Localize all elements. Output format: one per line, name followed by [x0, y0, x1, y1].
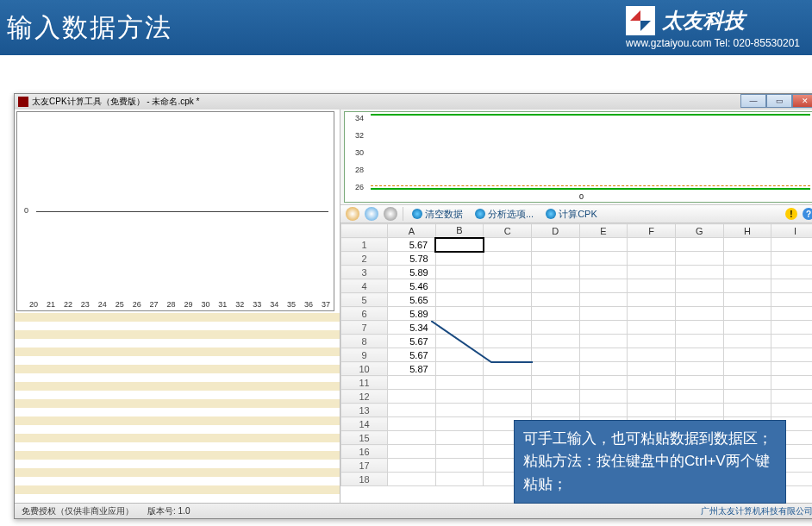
cell[interactable]	[628, 362, 676, 376]
cell[interactable]	[435, 252, 484, 266]
row-header[interactable]: 16	[341, 445, 388, 459]
cell[interactable]	[628, 266, 676, 279]
cell[interactable]	[675, 266, 723, 279]
row-header[interactable]: 9	[341, 348, 388, 362]
cell[interactable]	[579, 376, 628, 390]
cell[interactable]	[484, 293, 532, 307]
cell[interactable]	[579, 321, 628, 335]
col-header[interactable]: I	[771, 224, 812, 238]
row-header[interactable]: 11	[341, 376, 388, 390]
cell[interactable]	[723, 348, 771, 362]
cell[interactable]	[723, 238, 771, 252]
cell[interactable]	[531, 238, 579, 252]
cell[interactable]	[675, 335, 723, 348]
cell[interactable]	[771, 266, 812, 279]
cell[interactable]	[675, 307, 723, 321]
cell[interactable]	[723, 293, 771, 307]
cell[interactable]	[723, 321, 771, 335]
cell[interactable]	[723, 376, 771, 390]
cell[interactable]	[484, 238, 532, 252]
col-header[interactable]: H	[723, 224, 771, 238]
cell[interactable]	[723, 335, 771, 348]
cell[interactable]	[435, 445, 484, 459]
cell[interactable]	[771, 404, 812, 417]
cell[interactable]	[675, 390, 723, 404]
cell[interactable]	[723, 307, 771, 321]
row-header[interactable]: 4	[341, 279, 388, 293]
cell[interactable]	[484, 279, 532, 293]
minimize-button[interactable]: —	[740, 94, 766, 108]
cell[interactable]	[531, 321, 579, 335]
cell[interactable]	[435, 238, 484, 252]
cell[interactable]	[579, 266, 628, 279]
row-header[interactable]: 2	[341, 252, 388, 266]
row-header[interactable]: 13	[341, 404, 388, 417]
cell[interactable]	[531, 266, 579, 279]
cell[interactable]	[435, 266, 484, 279]
cell[interactable]	[531, 348, 579, 362]
row-header[interactable]: 15	[341, 431, 388, 445]
col-header[interactable]: A	[388, 224, 436, 238]
cell[interactable]	[771, 390, 812, 404]
cell[interactable]: 5.65	[388, 293, 436, 307]
row-header[interactable]: 7	[341, 321, 388, 335]
clear-data-button[interactable]: 清空数据	[409, 208, 466, 221]
cell[interactable]	[435, 307, 484, 321]
cell[interactable]	[531, 335, 579, 348]
cell[interactable]	[771, 321, 812, 335]
cell[interactable]	[723, 404, 771, 417]
cell[interactable]	[579, 362, 628, 376]
row-header[interactable]: 14	[341, 417, 388, 431]
cell[interactable]	[531, 279, 579, 293]
col-header[interactable]: G	[675, 224, 723, 238]
cell[interactable]	[484, 404, 532, 417]
cell[interactable]	[484, 307, 532, 321]
cell[interactable]	[531, 390, 579, 404]
analysis-options-button[interactable]: 分析选项...	[472, 208, 537, 221]
cell[interactable]	[579, 252, 628, 266]
cell[interactable]: 5.89	[388, 266, 436, 279]
cell[interactable]: 5.89	[388, 307, 436, 321]
help-icon[interactable]: ?	[803, 208, 812, 220]
row-header[interactable]: 12	[341, 390, 388, 404]
cell[interactable]	[435, 404, 484, 417]
cell[interactable]	[531, 376, 579, 390]
cell[interactable]	[484, 252, 532, 266]
row-header[interactable]: 10	[341, 362, 388, 376]
cell[interactable]	[579, 390, 628, 404]
cell[interactable]	[675, 348, 723, 362]
cell[interactable]	[723, 362, 771, 376]
maximize-button[interactable]: ▭	[766, 94, 792, 108]
cell[interactable]	[435, 431, 484, 445]
cell[interactable]	[435, 293, 484, 307]
cell[interactable]	[628, 335, 676, 348]
cell[interactable]	[628, 390, 676, 404]
new-icon[interactable]	[346, 207, 359, 221]
cell[interactable]	[531, 252, 579, 266]
cell[interactable]	[484, 376, 532, 390]
cell[interactable]	[723, 252, 771, 266]
cell[interactable]	[771, 238, 812, 252]
cell[interactable]	[484, 266, 532, 279]
cell[interactable]	[579, 348, 628, 362]
cell[interactable]	[388, 376, 436, 390]
col-header[interactable]	[341, 224, 388, 238]
cell[interactable]	[628, 321, 676, 335]
cell[interactable]	[579, 293, 628, 307]
cell[interactable]	[723, 279, 771, 293]
cell[interactable]	[435, 473, 484, 486]
cell[interactable]	[388, 459, 436, 473]
cell[interactable]	[388, 417, 436, 431]
cell[interactable]	[675, 293, 723, 307]
cell[interactable]	[771, 307, 812, 321]
cell[interactable]: 5.67	[388, 335, 436, 348]
cell[interactable]	[435, 459, 484, 473]
col-header[interactable]: C	[484, 224, 532, 238]
cell[interactable]	[628, 376, 676, 390]
cell[interactable]	[723, 390, 771, 404]
row-header[interactable]: 5	[341, 293, 388, 307]
cell[interactable]	[435, 376, 484, 390]
cell[interactable]	[388, 445, 436, 459]
cell[interactable]	[628, 307, 676, 321]
cell[interactable]	[531, 404, 579, 417]
